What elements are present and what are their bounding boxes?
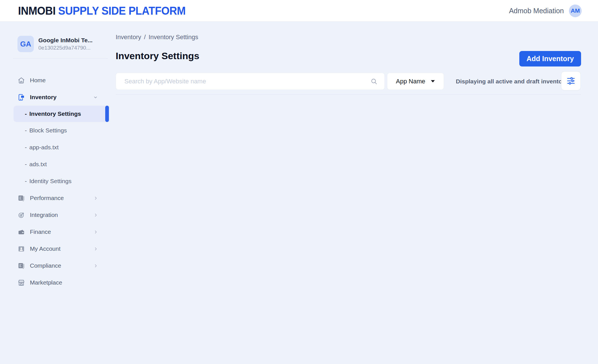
wallet-icon [17,228,25,236]
sidebar-item-home[interactable]: Home [0,72,109,89]
sub-item-dash: - [25,144,27,151]
add-inventory-button[interactable]: Add Inventory [519,51,581,66]
sidebar-item-compliance[interactable]: Compliance [0,257,109,274]
storefront-icon [17,279,25,287]
header-user-area: Admob Mediation AM [509,5,582,17]
sub-item-label: ads.txt [29,161,47,168]
logo-secondary: SUPPLY SIDE PLATFORM [58,5,186,17]
app-logo: INMOBISUPPLY SIDE PLATFORM [18,5,186,17]
main-content: Inventory/Inventory Settings Inventory S… [109,22,598,364]
page-title: Inventory Settings [116,50,199,61]
sidebar-item-app-ads-txt[interactable]: - app-ads.txt [0,139,109,156]
sliders-icon [566,76,576,86]
sidebar-item-my-account[interactable]: My Account [0,240,109,257]
sub-item-dash: - [25,110,27,117]
account-card[interactable]: GA Google InMobi Te... 0e130225d9a74790.… [0,22,109,52]
account-avatar: GA [17,36,34,52]
inventory-status-text: Displaying all active and draft inventor… [456,73,568,90]
sidebar-item-label: Integration [30,212,58,218]
sidebar-item-inventory[interactable]: Inventory [0,89,109,106]
sidebar-item-label: Finance [30,228,51,235]
sub-item-dash: - [25,161,27,168]
sidebar-item-label: Inventory [30,94,57,101]
search-box [116,73,385,90]
chevron-right-icon [93,247,98,251]
user-avatar[interactable]: AM [569,5,582,17]
search-type-dropdown[interactable]: App Name [387,73,444,90]
sidebar-item-label: Compliance [30,262,61,269]
chevron-down-icon [93,95,98,100]
sidebar-item-identity-settings[interactable]: - Identity Settings [0,173,109,190]
account-name: Google InMobi Te... [38,36,93,44]
breadcrumb-current: Inventory Settings [149,34,198,41]
breadcrumb-parent[interactable]: Inventory [116,34,141,41]
user-icon [17,245,25,253]
document-icon [17,262,25,270]
account-id: 0e130225d9a74790... [38,44,93,52]
breadcrumb: Inventory/Inventory Settings [116,34,198,41]
logo-primary: INMOBI [18,5,56,17]
sidebar-item-label: Marketplace [30,279,62,286]
sub-item-label: app-ads.txt [29,144,59,151]
sidebar-item-finance[interactable]: Finance [0,223,109,240]
sidebar-item-marketplace[interactable]: Marketplace [0,274,109,291]
page: INMOBISUPPLY SIDE PLATFORM Admob Mediati… [0,0,598,364]
chevron-right-icon [93,263,98,268]
sub-item-dash: - [25,127,27,134]
sidebar-divider [13,58,108,59]
filter-button[interactable] [561,71,581,90]
sidebar-item-label: My Account [30,245,61,252]
active-item-indicator [105,106,109,122]
sidebar-item-ads-txt[interactable]: - ads.txt [0,156,109,173]
account-info: Google InMobi Te... 0e130225d9a74790... [38,36,93,52]
sidebar-item-integration[interactable]: Integration [0,207,109,223]
search-icon[interactable] [370,78,378,85]
chevron-right-icon [93,213,98,217]
target-icon [17,211,25,219]
dropdown-selected-value: App Name [396,78,425,85]
chevron-right-icon [93,230,98,234]
sidebar-item-label: Performance [30,195,64,201]
sub-item-label: Identity Settings [29,178,71,185]
search-input[interactable] [124,78,366,85]
sidebar-nav: Home Inventory - Inventory Settings [0,72,109,291]
sub-item-label: Block Settings [29,127,67,134]
sidebar-item-performance[interactable]: Performance [0,190,109,207]
report-icon [17,194,25,202]
sub-item-dash: - [25,178,27,185]
sidebar-item-label: Home [30,77,46,84]
inventory-icon [17,94,25,101]
breadcrumb-separator: / [144,34,146,41]
sidebar-item-inventory-settings[interactable]: - Inventory Settings [14,106,109,122]
sidebar: GA Google InMobi Te... 0e130225d9a74790.… [0,22,109,364]
sidebar-item-block-settings[interactable]: - Block Settings [0,122,109,139]
sub-item-label: Inventory Settings [29,110,81,117]
home-icon [17,77,25,84]
caret-down-icon [431,80,435,83]
content-divider [116,94,581,95]
chevron-right-icon [93,196,98,201]
top-header: INMOBISUPPLY SIDE PLATFORM Admob Mediati… [0,0,598,22]
user-name: Admob Mediation [509,7,564,15]
